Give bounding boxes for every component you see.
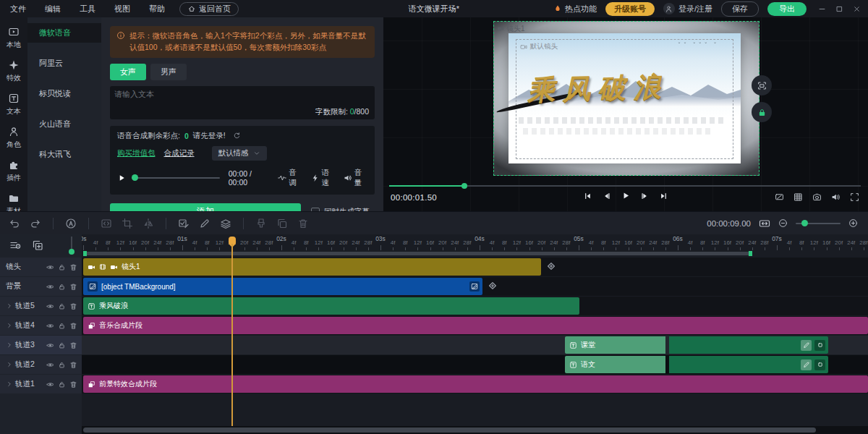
export-button[interactable]: 导出 [767,2,807,16]
rail-item-effects[interactable]: 特效 [0,58,27,85]
clip-head[interactable]: 语文 [565,356,665,373]
redo-icon[interactable] [30,218,41,229]
lock-icon[interactable] [58,263,66,271]
clip-body[interactable] [669,356,828,373]
range-end-marker[interactable] [749,251,752,256]
monitor-icon[interactable] [775,192,784,202]
hot-features-button[interactable]: 热点功能 [553,4,597,14]
eye-icon[interactable] [46,263,54,271]
stop-style-button[interactable] [814,340,825,351]
chevron-right-icon[interactable] [6,361,13,368]
voice-item-microsoft[interactable]: 微软语音 [27,23,101,43]
refresh-icon[interactable] [233,132,241,140]
clip-camera[interactable]: 镜头1 [83,258,541,276]
voice-item-aliyun[interactable]: 阿里云 [27,54,101,73]
copy-icon[interactable] [276,218,288,229]
track-header-track1[interactable]: 轨道1 [0,375,82,393]
trash-icon[interactable] [69,380,77,388]
login-button[interactable]: 登录/注册 [663,3,712,14]
play-button-icon[interactable] [621,191,631,200]
synth-history-link[interactable]: 合成记录 [164,148,195,158]
video-canvas[interactable]: 镜头1 默认镜头 ⌄⌄ ⌄⌄⌄ ⌄ 乘风破 [493,21,760,176]
timeline-zoom-slider[interactable] [796,223,841,224]
clip-music[interactable]: 音乐合成片段 [83,317,868,334]
crop-icon[interactable] [122,218,133,229]
flip-icon[interactable] [142,218,154,229]
zoom-slider-handle[interactable] [801,220,808,226]
fit-timeline-icon[interactable] [759,218,770,229]
chevron-right-icon[interactable] [6,302,13,310]
preview-progress-bar[interactable] [389,185,861,187]
trash-icon[interactable] [69,263,77,271]
eye-icon[interactable] [46,322,54,330]
eye-icon[interactable] [46,283,54,291]
voice-item-iflytek[interactable]: 科大讯飞 [27,145,101,164]
tab-female-voice[interactable]: 女声 [110,64,146,80]
lock-canvas-button[interactable] [752,102,772,122]
chevron-right-icon[interactable] [6,322,13,329]
speed-control[interactable]: 语速 [311,168,335,188]
clip-title-text[interactable]: 乘风破浪 [83,297,579,315]
lock-icon[interactable] [58,380,66,388]
emotion-select[interactable]: 默认情感 [212,146,267,161]
frame-back-icon[interactable] [603,192,611,200]
mute-icon[interactable] [831,192,841,202]
voice-item-biaobei[interactable]: 标贝悦读 [27,84,101,103]
pitch-control[interactable]: 音调 [278,168,302,188]
eye-icon[interactable] [46,302,54,310]
rail-item-role[interactable]: 角色 [0,124,27,151]
menu-help[interactable]: 帮助 [149,4,165,14]
track-manager-icon[interactable] [9,239,21,251]
fullscreen-icon[interactable] [850,192,859,202]
range-start-marker[interactable] [83,251,87,256]
menu-edit[interactable]: 编辑 [45,4,61,14]
trash-icon[interactable] [69,283,77,291]
chevron-right-icon[interactable] [6,341,13,349]
add-keyframe-button[interactable] [487,280,500,293]
lock-icon[interactable] [58,283,66,291]
rail-item-plugin[interactable]: 插件 [0,158,27,184]
save-button[interactable]: 保存 [721,1,759,17]
undo-icon[interactable] [9,218,20,229]
timeline-scrollbar[interactable] [82,426,868,434]
tts-text-input[interactable] [114,89,370,109]
menu-view[interactable]: 视图 [114,4,130,14]
slider-handle[interactable] [132,174,138,181]
clip-classroom[interactable]: 课堂 [565,336,828,354]
playhead[interactable] [229,237,236,429]
zoom-in-icon[interactable] [848,218,858,228]
edit-clip-button[interactable] [801,340,812,351]
lock-icon[interactable] [58,361,66,369]
track-height-handle[interactable] [69,249,75,255]
add-keyframe-button[interactable] [545,260,558,273]
menu-file[interactable]: 文件 [10,4,26,14]
home-button[interactable]: 返回首页 [179,2,239,16]
add-track-icon[interactable] [32,239,43,251]
clip-head[interactable]: 课堂 [565,336,665,354]
track-header-track2[interactable]: 轨道2 [0,355,82,374]
maximize-icon[interactable] [835,5,843,13]
select-edit-icon[interactable] [178,218,190,229]
zoom-out-icon[interactable] [778,218,788,228]
tab-male-voice[interactable]: 男声 [150,64,187,80]
track-header-background[interactable]: 背景 [0,277,82,296]
stop-style-button[interactable] [814,359,825,370]
eye-icon[interactable] [46,341,54,349]
track-header-track5[interactable]: 轨道5 [0,297,82,315]
snapshot-icon[interactable] [812,192,822,202]
voice-item-volcano[interactable]: 火山语音 [27,114,101,134]
play-icon[interactable] [117,174,126,182]
range-select-icon[interactable] [101,218,112,229]
chevron-right-icon[interactable] [6,380,13,388]
lock-icon[interactable] [58,302,66,310]
track-header-track3[interactable]: 轨道3 [0,336,82,354]
trash-icon[interactable] [69,361,77,369]
eye-icon[interactable] [46,361,54,369]
track-header-camera[interactable]: 镜头 [0,258,82,276]
rail-item-local[interactable]: 本地 [0,25,27,51]
time-ruler[interactable]: 0s4f8f12f16f20f24f28f01s4f8f12f16f20f24f… [82,234,868,250]
clip-foreground[interactable]: 前景特效合成片段 [83,375,868,393]
clip-body[interactable] [669,336,828,354]
rail-item-text[interactable]: 文本 [0,91,27,118]
edit-clip-button[interactable] [801,359,812,370]
